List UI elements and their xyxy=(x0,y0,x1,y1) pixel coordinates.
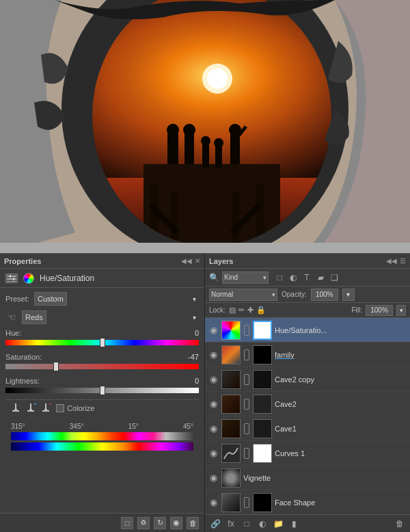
layer-row[interactable]: ◉ Hue/Saturatio... xyxy=(205,318,410,343)
link-layers-icon[interactable]: 🔗 xyxy=(209,518,221,530)
svg-rect-31 xyxy=(10,275,11,278)
svg-rect-27 xyxy=(0,243,410,253)
layer-row[interactable]: ◉ Cave2 xyxy=(205,392,410,416)
layer-row[interactable]: ◉ Vignette xyxy=(205,466,410,490)
reset-icon[interactable]: ↻ xyxy=(154,517,166,529)
channel-select[interactable]: Reds xyxy=(22,310,46,324)
layers-menu[interactable]: ☰ xyxy=(400,257,406,265)
fill-dropdown[interactable]: ▾ xyxy=(396,305,406,316)
prop-tools-row: Colorize xyxy=(5,399,199,416)
svg-rect-29 xyxy=(7,278,16,280)
hand-tool-icon[interactable]: ☜ xyxy=(5,311,18,323)
lightness-section: Lightness: 0 xyxy=(5,377,199,396)
layer-mask xyxy=(253,493,272,512)
new-layer-icon[interactable]: □ xyxy=(121,517,133,529)
remove-sample-icon[interactable] xyxy=(41,403,52,414)
new-adjustment-icon[interactable]: ◐ xyxy=(256,518,269,530)
adjustment-icon xyxy=(5,274,18,283)
adjustment-filter-icon[interactable]: ◐ xyxy=(288,272,299,283)
saturation-value: -47 xyxy=(178,353,199,361)
lock-icons: ▤ ✏ ✚ 🔒 xyxy=(229,306,266,315)
sample-color-icon[interactable] xyxy=(11,403,22,414)
type-filter-icon[interactable]: T xyxy=(301,272,312,283)
shape-filter-icon[interactable]: ▰ xyxy=(315,272,326,283)
lock-position-icon[interactable]: ✚ xyxy=(247,306,254,315)
lock-all-icon[interactable]: 🔒 xyxy=(256,306,266,315)
layers-panel: Layers ◀◀ ☰ 🔍 Kind □ ◐ T ▰ ❏ xyxy=(205,253,410,532)
layer-visibility-icon[interactable]: ◉ xyxy=(208,448,219,459)
layer-thumb xyxy=(221,370,241,389)
panel-close[interactable]: ✕ xyxy=(195,257,200,265)
layer-row[interactable]: ◉ Curves 1 xyxy=(205,441,410,466)
layer-visibility-icon[interactable]: ◉ xyxy=(208,473,219,483)
layer-row[interactable]: ◉ Cave1 xyxy=(205,416,410,441)
opacity-input[interactable] xyxy=(311,289,338,301)
blend-select-wrapper[interactable]: Normal xyxy=(209,289,277,301)
spectrum-bar-top xyxy=(11,432,193,440)
lock-label: Lock: xyxy=(209,306,226,314)
panel-collapse-left[interactable]: ◀◀ xyxy=(181,257,192,265)
angle-left1: 315° xyxy=(11,423,25,430)
colorize-checkbox[interactable]: Colorize xyxy=(56,404,94,412)
fill-input[interactable] xyxy=(366,305,393,316)
layer-visibility-icon[interactable]: ◉ xyxy=(208,497,219,508)
layer-visibility-icon[interactable]: ◉ xyxy=(208,399,219,410)
layer-mask xyxy=(253,444,272,463)
svg-point-19 xyxy=(183,124,195,136)
fx-icon[interactable]: fx xyxy=(225,518,237,530)
angle-left2: 345° xyxy=(70,423,84,430)
layer-visibility-icon[interactable]: ◉ xyxy=(208,325,219,336)
layers-list[interactable]: ◉ Hue/Saturatio... ◉ family ◉ Cave2 xyxy=(205,318,410,514)
pixel-filter-icon[interactable]: □ xyxy=(274,272,285,283)
colorize-label: Colorize xyxy=(67,404,94,412)
properties-controls: ◀◀ ✕ xyxy=(181,257,200,265)
hue-track[interactable] xyxy=(5,340,199,345)
layer-visibility-icon[interactable]: ◉ xyxy=(208,423,219,434)
add-mask-icon[interactable]: □ xyxy=(241,518,253,530)
spectrum-angles: 315° 345° 15° 45° xyxy=(11,423,193,430)
layer-chain-icon xyxy=(244,497,249,508)
properties-panel: Properties ◀◀ ✕ Hue/Saturation xyxy=(0,253,205,532)
saturation-track[interactable] xyxy=(5,364,199,369)
spectrum-section: 315° 345° 15° 45° xyxy=(5,420,199,455)
layer-row[interactable]: ◉ Cave2 copy xyxy=(205,367,410,392)
layer-mask xyxy=(253,345,272,364)
blend-mode-select[interactable]: Normal xyxy=(209,289,277,301)
layer-name: Hue/Saturatio... xyxy=(275,326,407,334)
prop-actions: □ ♽ ↻ ◉ 🗑 xyxy=(0,513,204,532)
preset-select[interactable]: Custom xyxy=(34,292,67,306)
lock-transparent-icon[interactable]: ▤ xyxy=(229,306,236,315)
lock-image-icon[interactable]: ✏ xyxy=(238,306,245,315)
layer-visibility-icon[interactable]: ◉ xyxy=(208,349,219,360)
new-group-icon[interactable]: 📁 xyxy=(272,518,284,530)
new-layer-icon[interactable]: ▮ xyxy=(288,518,300,530)
layer-thumb xyxy=(221,345,241,364)
svg-rect-20 xyxy=(202,144,209,168)
opacity-dropdown[interactable]: ▾ xyxy=(342,289,355,301)
layer-filter-icons: □ ◐ T ▰ ❏ xyxy=(274,272,340,283)
layer-visibility-icon[interactable]: ◉ xyxy=(208,374,219,385)
layer-name: Curves 1 xyxy=(275,449,407,457)
preset-select-wrapper[interactable]: Custom xyxy=(34,292,199,306)
delete-icon[interactable]: 🗑 xyxy=(187,517,199,529)
kind-select[interactable]: Kind xyxy=(222,271,269,284)
layer-row[interactable]: ◉ family xyxy=(205,343,410,367)
layer-name: Vignette xyxy=(243,474,407,482)
colorize-check-box[interactable] xyxy=(56,404,64,412)
layers-collapse[interactable]: ◀◀ xyxy=(386,257,397,265)
channel-select-wrapper[interactable]: Reds xyxy=(22,310,199,324)
smart-filter-icon[interactable]: ❏ xyxy=(329,272,340,283)
eye-visible-icon[interactable]: ◉ xyxy=(170,517,182,529)
layers-controls: ◀◀ ☰ xyxy=(386,257,406,265)
svg-rect-38 xyxy=(29,409,32,412)
delete-layer-icon[interactable]: 🗑 xyxy=(394,518,406,530)
layer-row[interactable]: ◉ Face Shape xyxy=(205,490,410,514)
kind-select-wrapper[interactable]: Kind xyxy=(222,271,269,284)
layers-filter-row: 🔍 Kind □ ◐ T ▰ ❏ xyxy=(205,269,410,287)
lightness-track[interactable] xyxy=(5,388,199,393)
hue-section: Hue: 0 xyxy=(5,329,199,348)
spectrum-bar-bottom xyxy=(11,442,193,451)
link-icon[interactable]: ♽ xyxy=(137,517,150,529)
layer-mask xyxy=(253,395,272,414)
add-sample-icon[interactable] xyxy=(26,403,37,414)
